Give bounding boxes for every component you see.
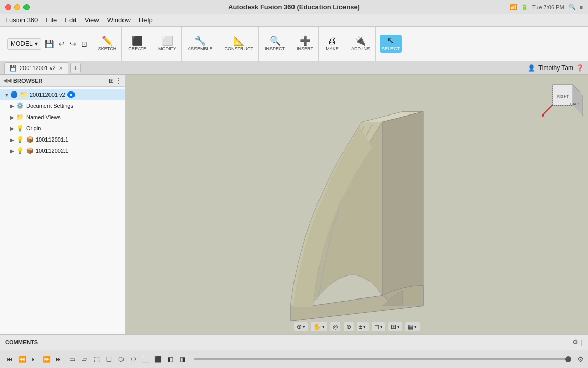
close-button[interactable] (5, 4, 11, 10)
menu-item-help[interactable]: Help (139, 16, 153, 24)
tree-item-root[interactable]: ▼ 🔵 📁 200112001 v2 ● (0, 89, 125, 100)
window-controls[interactable] (5, 4, 30, 10)
assemble-button[interactable]: 🔧 ASSEMBLE (186, 35, 215, 53)
skip-to-end-button[interactable]: ⏭ (53, 354, 64, 365)
insert-icon: ➕ (300, 36, 311, 45)
orbit-icon: ✋ (313, 323, 321, 330)
tree-item-doc-settings[interactable]: ▶ ⚙️ Document Settings (0, 100, 125, 111)
tree-item-comp1[interactable]: ▶ 💡 📦 100112001:1 (0, 134, 125, 145)
search-icon[interactable]: 🔍 (569, 4, 576, 10)
zoom-level-button[interactable]: ± ▾ (357, 322, 369, 331)
tab-close-button[interactable]: ✕ (59, 65, 63, 71)
timeline-op-7[interactable]: ⬜ (140, 354, 151, 365)
browser-expand-icon[interactable]: ⊞ (109, 77, 114, 84)
timeline-op-8[interactable]: ⬛ (152, 354, 163, 365)
construct-icon: 📐 (233, 36, 244, 45)
model-selector[interactable]: MODEL ▾ (7, 38, 41, 50)
grid-button[interactable]: ⊞ ▾ (388, 322, 402, 331)
comp2-box-icon: 📦 (26, 147, 34, 154)
maximize-button[interactable] (23, 4, 30, 10)
step-back-button[interactable]: ⏪ (16, 354, 28, 365)
inspect-button[interactable]: 🔍 INSPECT (263, 35, 287, 53)
comments-settings-icon[interactable]: ⚙ (572, 338, 578, 346)
menu-item-window[interactable]: Window (107, 16, 131, 24)
tree-item-comp2[interactable]: ▶ 💡 📦 100112002:1 (0, 145, 125, 156)
tree-label-comp2: 100112002:1 (36, 148, 68, 154)
folder-icon: 🔵 (10, 91, 18, 98)
timeline-op-5[interactable]: ⬡ (115, 354, 127, 365)
main-area: ◀◀ BROWSER ⊞ ⋮ ▼ 🔵 📁 200112001 v2 ● ▶ ⚙️ (0, 75, 588, 334)
construct-button[interactable]: 📐 CONSTRUCT (223, 35, 256, 53)
menu-item-view[interactable]: View (85, 16, 99, 24)
menu-item-file[interactable]: File (46, 16, 57, 24)
addins-button[interactable]: 🔌 ADD-INS (349, 35, 372, 53)
make-button[interactable]: 🖨 MAKE (323, 35, 341, 53)
display-settings-button[interactable]: ⊕ ▾ (294, 322, 308, 331)
orientation-cube[interactable]: RIGHT BACK (542, 80, 583, 121)
notification-icon[interactable]: ≡ (580, 4, 583, 10)
skip-to-start-button[interactable]: ⏮ (4, 354, 15, 365)
tree-arrow-origin: ▶ (10, 126, 16, 131)
sketch-button[interactable]: ✏️ SKETCH (96, 35, 119, 53)
browser-header-icons: ⊞ ⋮ (109, 77, 122, 84)
step-forward-button[interactable]: ⏩ (41, 354, 52, 365)
zoom-button[interactable]: ⊕ (344, 322, 354, 331)
timeline-op-1[interactable]: ▭ (66, 354, 78, 365)
modify-button[interactable]: ⬜ MODIFY (156, 35, 178, 53)
views-button[interactable]: ⊡ (80, 39, 89, 49)
displaymode-caret: ▾ (380, 324, 383, 329)
tree-item-named-views[interactable]: ▶ 📁 Named Views (0, 111, 125, 123)
play-button[interactable]: ⏯ (29, 354, 40, 365)
tree-item-origin[interactable]: ▶ 💡 Origin (0, 123, 125, 134)
active-tab[interactable]: 💾 200112001 v2 ✕ (4, 62, 68, 74)
comp2-bulb-icon: 💡 (16, 147, 24, 154)
save-button[interactable]: 💾 (43, 39, 55, 49)
tree-label-origin: Origin (26, 125, 41, 131)
toolbar-section-construct: 📐 CONSTRUCT (219, 27, 259, 61)
titlebar: Autodesk Fusion 360 (Education License) … (0, 0, 588, 14)
select-button[interactable]: ↖ SELECT (380, 35, 402, 53)
select-label: SELECT (382, 46, 400, 51)
timeline-thumb[interactable] (565, 356, 571, 362)
timeline-op-2[interactable]: ▱ (79, 354, 90, 365)
tree-label-doc-settings: Document Settings (26, 103, 74, 109)
tree-arrow-comp2: ▶ (10, 148, 16, 154)
browser-options-icon[interactable]: ⋮ (116, 77, 122, 84)
menu-item-edit[interactable]: Edit (65, 16, 76, 24)
battery-icon: 🔋 (521, 4, 528, 10)
titlebar-right: 📶 🔋 Tue 7:06 PM 🔍 ≡ (510, 4, 583, 10)
new-tab-button[interactable]: + (70, 63, 81, 73)
timeline-op-9[interactable]: ◧ (164, 354, 176, 365)
tree-arrow-comp1: ▶ (10, 137, 16, 143)
addins-label: ADD-INS (351, 46, 370, 51)
minimize-button[interactable] (14, 4, 20, 10)
insert-button[interactable]: ➕ INSERT (295, 35, 315, 53)
timeline-op-3[interactable]: ⬚ (91, 354, 102, 365)
toolbar-section-sketch: ✏️ SKETCH (93, 27, 122, 61)
display-mode-button[interactable]: ◻ ▾ (372, 322, 385, 331)
browser-collapse-button[interactable]: ◀◀ (3, 77, 11, 84)
help-icon[interactable]: ❓ (576, 64, 584, 72)
assemble-label: ASSEMBLE (188, 46, 213, 51)
snap-button[interactable]: ▦ ▾ (405, 322, 420, 331)
orbit-button[interactable]: ✋ ▾ (311, 322, 327, 331)
timeline-settings-button[interactable]: ⚙ (577, 355, 584, 363)
component-icon: 📁 (20, 91, 28, 98)
app-title: Autodesk Fusion 360 (Education License) (228, 3, 360, 11)
create-button[interactable]: ⬛ CREATE (126, 35, 149, 53)
look-at-button[interactable]: ◎ (330, 322, 340, 331)
toolbar-section-modify: ⬜ MODIFY (153, 27, 182, 61)
undo-button[interactable]: ↩ (57, 39, 66, 49)
viewport[interactable]: RIGHT BACK ⊕ ▾ ✋ ▾ ◎ ⊕ (126, 75, 588, 334)
redo-button[interactable]: ↪ (68, 39, 78, 49)
addins-icon: 🔌 (355, 36, 366, 45)
create-icon: ⬛ (132, 36, 143, 45)
make-icon: 🖨 (328, 36, 337, 45)
menu-item-fusion360[interactable]: Fusion 360 (5, 16, 38, 24)
toolbar-section-select: ↖ SELECT (377, 27, 405, 61)
timeline-op-10[interactable]: ◨ (177, 354, 188, 365)
timeline-op-4[interactable]: ❑ (103, 354, 114, 365)
timeline-bar[interactable] (194, 358, 571, 360)
zoomlevel-caret: ▾ (363, 324, 366, 329)
timeline-op-6[interactable]: ⎔ (128, 354, 139, 365)
